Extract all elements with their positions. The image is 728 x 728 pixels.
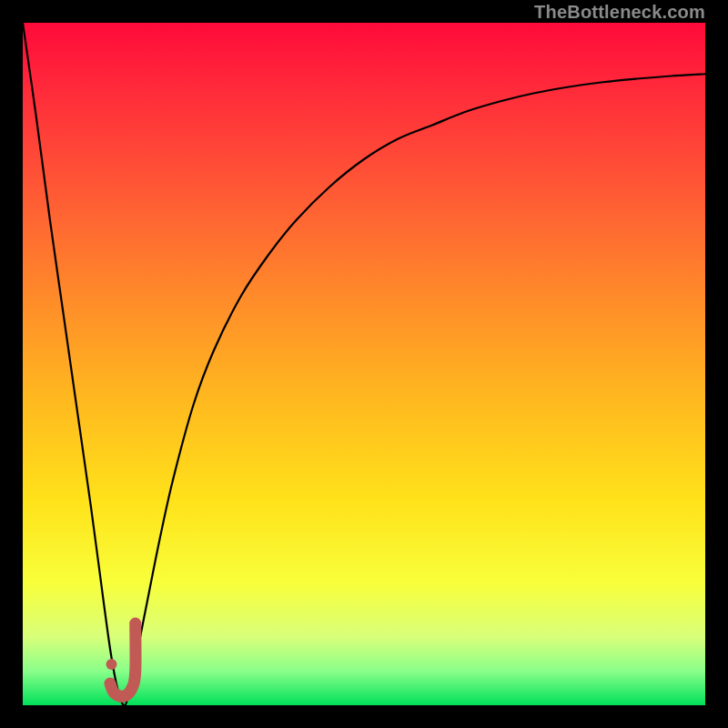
chart-frame: TheBottleneck.com xyxy=(0,0,728,728)
watermark-text: TheBottleneck.com xyxy=(534,2,705,23)
bottleneck-curve xyxy=(0,0,728,728)
